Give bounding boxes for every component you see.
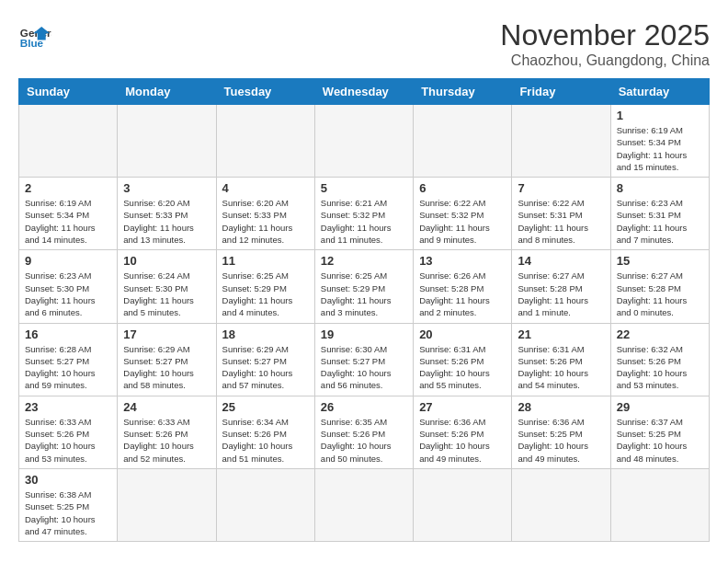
calendar-cell	[414, 105, 512, 178]
day-info: Sunrise: 6:29 AM Sunset: 5:27 PM Dayligh…	[123, 343, 210, 392]
day-info: Sunrise: 6:20 AM Sunset: 5:33 PM Dayligh…	[222, 197, 309, 246]
day-info: Sunrise: 6:27 AM Sunset: 5:28 PM Dayligh…	[617, 270, 703, 318]
day-number: 10	[123, 254, 210, 268]
day-number: 8	[617, 181, 703, 195]
calendar-header-thursday: Thursday	[414, 79, 512, 105]
calendar-cell: 10Sunrise: 6:24 AM Sunset: 5:30 PM Dayli…	[118, 250, 216, 323]
calendar-cell: 27Sunrise: 6:36 AM Sunset: 5:26 PM Dayli…	[414, 396, 512, 468]
calendar-cell: 21Sunrise: 6:31 AM Sunset: 5:26 PM Dayli…	[512, 323, 610, 396]
day-number: 30	[25, 473, 111, 487]
day-number: 14	[518, 254, 604, 268]
header: General Blue November 2025 Chaozhou, Gua…	[18, 18, 710, 69]
day-info: Sunrise: 6:24 AM Sunset: 5:30 PM Dayligh…	[123, 270, 210, 318]
day-info: Sunrise: 6:32 AM Sunset: 5:26 PM Dayligh…	[617, 343, 703, 392]
day-info: Sunrise: 6:23 AM Sunset: 5:30 PM Dayligh…	[25, 270, 111, 318]
calendar-week-row: 1Sunrise: 6:19 AM Sunset: 5:34 PM Daylig…	[19, 105, 710, 178]
calendar-cell: 23Sunrise: 6:33 AM Sunset: 5:26 PM Dayli…	[19, 396, 118, 468]
day-number: 9	[25, 254, 111, 268]
calendar-cell	[314, 468, 413, 541]
day-info: Sunrise: 6:33 AM Sunset: 5:26 PM Dayligh…	[25, 416, 111, 465]
day-info: Sunrise: 6:21 AM Sunset: 5:32 PM Dayligh…	[321, 197, 407, 246]
calendar-cell: 26Sunrise: 6:35 AM Sunset: 5:26 PM Dayli…	[314, 396, 413, 468]
day-info: Sunrise: 6:25 AM Sunset: 5:29 PM Dayligh…	[222, 270, 309, 318]
calendar-cell: 16Sunrise: 6:28 AM Sunset: 5:27 PM Dayli…	[19, 323, 118, 396]
day-number: 1	[617, 109, 703, 122]
day-info: Sunrise: 6:23 AM Sunset: 5:31 PM Dayligh…	[617, 197, 703, 246]
calendar-cell: 17Sunrise: 6:29 AM Sunset: 5:27 PM Dayli…	[118, 323, 216, 396]
day-info: Sunrise: 6:25 AM Sunset: 5:29 PM Dayligh…	[321, 270, 407, 318]
day-number: 7	[518, 181, 604, 195]
calendar-cell: 14Sunrise: 6:27 AM Sunset: 5:28 PM Dayli…	[512, 250, 610, 323]
calendar: SundayMondayTuesdayWednesdayThursdayFrid…	[18, 78, 710, 542]
location-title: Chaozhou, Guangdong, China	[500, 52, 710, 69]
day-info: Sunrise: 6:36 AM Sunset: 5:25 PM Dayligh…	[518, 416, 604, 465]
calendar-header-tuesday: Tuesday	[216, 79, 314, 105]
calendar-cell: 25Sunrise: 6:34 AM Sunset: 5:26 PM Dayli…	[216, 396, 314, 468]
day-number: 17	[123, 327, 210, 341]
calendar-cell	[414, 468, 512, 541]
day-info: Sunrise: 6:31 AM Sunset: 5:26 PM Dayligh…	[518, 343, 604, 392]
calendar-cell	[512, 105, 610, 178]
calendar-cell	[118, 468, 216, 541]
day-number: 12	[321, 254, 407, 268]
calendar-cell: 28Sunrise: 6:36 AM Sunset: 5:25 PM Dayli…	[512, 396, 610, 468]
day-info: Sunrise: 6:38 AM Sunset: 5:25 PM Dayligh…	[25, 488, 111, 537]
calendar-cell: 15Sunrise: 6:27 AM Sunset: 5:28 PM Dayli…	[610, 250, 709, 323]
day-info: Sunrise: 6:36 AM Sunset: 5:26 PM Dayligh…	[419, 416, 506, 465]
day-number: 5	[321, 181, 407, 195]
calendar-cell: 3Sunrise: 6:20 AM Sunset: 5:33 PM Daylig…	[118, 178, 216, 250]
day-number: 20	[419, 327, 506, 341]
month-title: November 2025	[500, 18, 710, 52]
calendar-cell	[216, 105, 314, 178]
day-number: 2	[25, 181, 111, 195]
calendar-cell: 11Sunrise: 6:25 AM Sunset: 5:29 PM Dayli…	[216, 250, 314, 323]
day-number: 28	[518, 400, 604, 414]
calendar-week-row: 16Sunrise: 6:28 AM Sunset: 5:27 PM Dayli…	[19, 323, 710, 396]
calendar-header-friday: Friday	[512, 79, 610, 105]
logo: General Blue	[18, 18, 51, 52]
day-info: Sunrise: 6:28 AM Sunset: 5:27 PM Dayligh…	[25, 343, 111, 392]
calendar-week-row: 2Sunrise: 6:19 AM Sunset: 5:34 PM Daylig…	[19, 178, 710, 250]
calendar-cell: 5Sunrise: 6:21 AM Sunset: 5:32 PM Daylig…	[314, 178, 413, 250]
calendar-cell: 29Sunrise: 6:37 AM Sunset: 5:25 PM Dayli…	[610, 396, 709, 468]
day-info: Sunrise: 6:37 AM Sunset: 5:25 PM Dayligh…	[617, 416, 703, 465]
calendar-cell: 9Sunrise: 6:23 AM Sunset: 5:30 PM Daylig…	[19, 250, 118, 323]
day-info: Sunrise: 6:30 AM Sunset: 5:27 PM Dayligh…	[321, 343, 407, 392]
calendar-cell: 24Sunrise: 6:33 AM Sunset: 5:26 PM Dayli…	[118, 396, 216, 468]
calendar-header-sunday: Sunday	[19, 79, 118, 105]
calendar-cell: 18Sunrise: 6:29 AM Sunset: 5:27 PM Dayli…	[216, 323, 314, 396]
calendar-cell: 30Sunrise: 6:38 AM Sunset: 5:25 PM Dayli…	[19, 468, 118, 541]
calendar-header-monday: Monday	[118, 79, 216, 105]
calendar-week-row: 30Sunrise: 6:38 AM Sunset: 5:25 PM Dayli…	[19, 468, 710, 541]
title-section: November 2025 Chaozhou, Guangdong, China	[500, 18, 710, 69]
day-number: 29	[617, 400, 703, 414]
day-info: Sunrise: 6:22 AM Sunset: 5:32 PM Dayligh…	[419, 197, 506, 246]
day-number: 23	[25, 400, 111, 414]
day-number: 26	[321, 400, 407, 414]
calendar-cell: 4Sunrise: 6:20 AM Sunset: 5:33 PM Daylig…	[216, 178, 314, 250]
day-number: 25	[222, 400, 309, 414]
day-info: Sunrise: 6:33 AM Sunset: 5:26 PM Dayligh…	[123, 416, 210, 465]
calendar-cell	[610, 468, 709, 541]
calendar-cell: 6Sunrise: 6:22 AM Sunset: 5:32 PM Daylig…	[414, 178, 512, 250]
calendar-cell: 19Sunrise: 6:30 AM Sunset: 5:27 PM Dayli…	[314, 323, 413, 396]
calendar-cell: 2Sunrise: 6:19 AM Sunset: 5:34 PM Daylig…	[19, 178, 118, 250]
calendar-cell: 22Sunrise: 6:32 AM Sunset: 5:26 PM Dayli…	[610, 323, 709, 396]
calendar-week-row: 9Sunrise: 6:23 AM Sunset: 5:30 PM Daylig…	[19, 250, 710, 323]
day-info: Sunrise: 6:22 AM Sunset: 5:31 PM Dayligh…	[518, 197, 604, 246]
calendar-header-wednesday: Wednesday	[314, 79, 413, 105]
day-number: 16	[25, 327, 111, 341]
day-number: 24	[123, 400, 210, 414]
calendar-cell	[118, 105, 216, 178]
day-number: 4	[222, 181, 309, 195]
calendar-cell	[19, 105, 118, 178]
day-number: 13	[419, 254, 506, 268]
calendar-cell	[216, 468, 314, 541]
day-number: 3	[123, 181, 210, 195]
day-info: Sunrise: 6:27 AM Sunset: 5:28 PM Dayligh…	[518, 270, 604, 318]
calendar-week-row: 23Sunrise: 6:33 AM Sunset: 5:26 PM Dayli…	[19, 396, 710, 468]
day-info: Sunrise: 6:31 AM Sunset: 5:26 PM Dayligh…	[419, 343, 506, 392]
calendar-cell: 1Sunrise: 6:19 AM Sunset: 5:34 PM Daylig…	[610, 105, 709, 178]
day-number: 27	[419, 400, 506, 414]
calendar-cell	[314, 105, 413, 178]
